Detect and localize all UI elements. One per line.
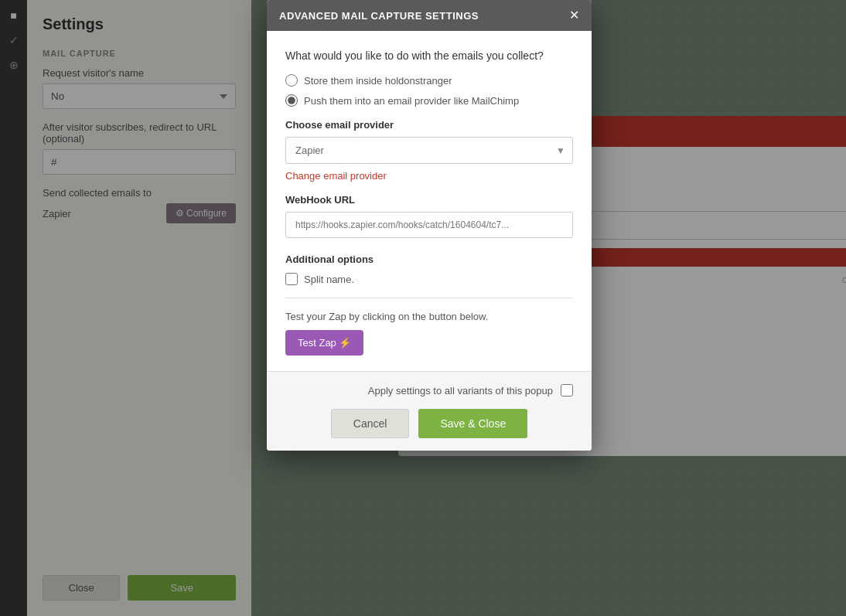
- provider-select-wrapper: Zapier ▼: [285, 137, 573, 164]
- radio-store: Store them inside holdonstranger: [285, 74, 573, 87]
- radio-push-input[interactable]: [285, 94, 298, 107]
- test-zap-button[interactable]: Test Zap ⚡: [285, 330, 363, 356]
- radio-push: Push them into an email provider like Ma…: [285, 94, 573, 107]
- change-provider-link[interactable]: Change email provider: [285, 170, 573, 182]
- apply-settings-checkbox[interactable]: [561, 384, 573, 396]
- modal-question: What would you like to do with the email…: [285, 49, 573, 62]
- radio-store-input[interactable]: [285, 74, 298, 87]
- modal-title: ADVANCED MAIL CAPTURE SETTINGS: [279, 10, 479, 22]
- webhook-label: WebHook URL: [285, 194, 573, 206]
- additional-options-title: Additional options: [285, 254, 573, 265]
- modal-footer-buttons: Cancel Save & Close: [285, 409, 573, 438]
- modal-header: ADVANCED MAIL CAPTURE SETTINGS ✕: [267, 0, 592, 31]
- split-name-checkbox[interactable]: [285, 273, 298, 285]
- radio-store-label: Store them inside holdonstranger: [304, 75, 452, 87]
- split-name-option: Split name.: [285, 273, 573, 285]
- modal-close-button[interactable]: ✕: [569, 9, 579, 22]
- webhook-input[interactable]: [285, 212, 573, 238]
- provider-select[interactable]: Zapier: [285, 137, 573, 164]
- save-close-button[interactable]: Save & Close: [418, 409, 527, 438]
- choose-provider-title: Choose email provider: [285, 119, 573, 131]
- modal-body: What would you like to do with the email…: [267, 31, 592, 371]
- apply-settings-row: Apply settings to all variants of this p…: [285, 384, 573, 396]
- test-zap-text: Test your Zap by clicking on the button …: [285, 311, 573, 322]
- split-name-label: Split name.: [304, 274, 354, 285]
- cancel-button[interactable]: Cancel: [331, 409, 410, 438]
- modal-footer: Apply settings to all variants of this p…: [267, 371, 592, 451]
- radio-push-label: Push them into an email provider like Ma…: [304, 95, 519, 107]
- advanced-settings-modal: ADVANCED MAIL CAPTURE SETTINGS ✕ What wo…: [267, 0, 592, 451]
- modal-divider: [285, 298, 573, 298]
- apply-settings-label: Apply settings to all variants of this p…: [368, 385, 553, 396]
